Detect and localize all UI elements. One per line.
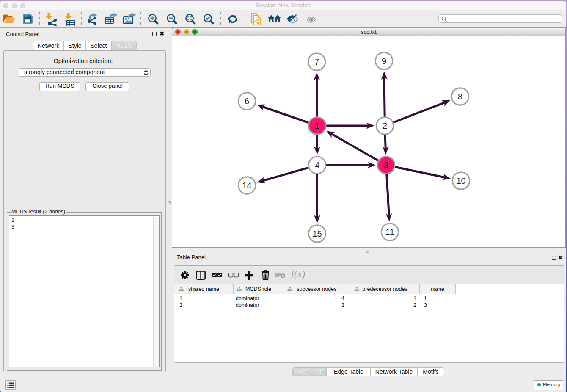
svg-text:4: 4 [315,160,319,170]
svg-text:14: 14 [242,181,251,190]
svg-text:2: 2 [383,121,387,130]
svg-text:11: 11 [385,227,394,237]
svg-text:6: 6 [245,97,249,106]
svg-text:10: 10 [456,176,465,185]
svg-text:9: 9 [382,56,386,66]
svg-text:8: 8 [458,92,462,101]
svg-text:7: 7 [314,57,319,66]
svg-text:3: 3 [384,160,388,170]
svg-text:15: 15 [312,229,322,238]
svg-text:1: 1 [315,121,319,130]
